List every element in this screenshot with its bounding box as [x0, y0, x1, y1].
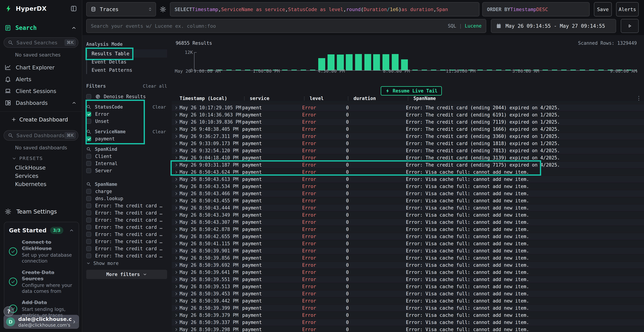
- expand-row-icon[interactable]: [172, 214, 180, 216]
- sidebar-item-chart-explorer[interactable]: Chart Explorer: [0, 62, 82, 73]
- checkbox[interactable]: [86, 136, 91, 141]
- checkbox[interactable]: [86, 189, 91, 194]
- clear-filter-button[interactable]: Clear: [152, 129, 166, 134]
- select-clause-input[interactable]: SELECT Timestamp, ServiceName as service…: [170, 2, 480, 16]
- table-row[interactable]: May 26 8:50:41.115 PMpaymentError0Error:…: [172, 240, 644, 248]
- source-select[interactable]: Traces: [86, 2, 156, 16]
- expand-row-icon[interactable]: [172, 307, 180, 309]
- filter-option[interactable]: dns.lookup: [86, 195, 167, 202]
- checkbox[interactable]: [86, 196, 91, 201]
- table-row[interactable]: May 26 8:50:39.551 PMpaymentError0Error:…: [172, 276, 644, 283]
- expand-row-icon[interactable]: [172, 293, 180, 295]
- expand-row-icon[interactable]: [172, 171, 180, 173]
- checkbox[interactable]: [86, 112, 91, 117]
- column-header-timestamp-local-[interactable]: Timestamp (Local): [180, 96, 242, 101]
- run-query-button[interactable]: [621, 19, 639, 33]
- expand-row-icon[interactable]: [172, 164, 180, 166]
- expand-row-icon[interactable]: [172, 114, 180, 116]
- expand-row-icon[interactable]: [172, 221, 180, 223]
- table-row[interactable]: May 26 8:50:39.379 PMpaymentError0Error:…: [172, 312, 644, 319]
- checkbox[interactable]: [86, 218, 91, 222]
- sidebar-item-dashboards[interactable]: Dashboards: [0, 97, 82, 109]
- filter-option[interactable]: Error: The credit card …: [86, 231, 167, 238]
- expand-row-icon[interactable]: [172, 142, 180, 144]
- table-row[interactable]: May 26 8:50:43.444 PMpaymentError0Error:…: [172, 204, 644, 212]
- table-row[interactable]: May 26 9:32:54.120 PMpaymentError0Error:…: [172, 147, 644, 154]
- histogram-bar[interactable]: [392, 54, 398, 70]
- filter-option[interactable]: Error: The credit card …: [86, 202, 167, 209]
- expand-row-icon[interactable]: [172, 107, 180, 109]
- results-histogram[interactable]: 12K 0 May 26 9:00:00 AM1:00:00 PM4:30:00…: [176, 48, 637, 79]
- table-row[interactable]: May 26 10:14:36.963 PMpaymentError0Error…: [172, 112, 644, 118]
- analysis-mode-event-patterns[interactable]: Event Patterns: [86, 66, 167, 74]
- checkbox[interactable]: [86, 232, 91, 237]
- order-by-input[interactable]: ORDER BY Timestamp DESC: [482, 2, 590, 16]
- table-row[interactable]: May 26 8:50:39.453 PMpaymentError0Error:…: [172, 290, 644, 298]
- column-header-spanname[interactable]: ⋮SpanName: [406, 96, 644, 101]
- table-row[interactable]: May 26 8:50:39.692 PMpaymentError0Error:…: [172, 262, 644, 269]
- table-row[interactable]: May 26 8:50:42.878 PMpaymentError0Error:…: [172, 226, 644, 233]
- checkbox[interactable]: [86, 239, 91, 244]
- expand-row-icon[interactable]: [172, 136, 180, 138]
- presets-toggle[interactable]: PRESETS: [12, 156, 82, 161]
- sidebar-item-alerts[interactable]: Alerts: [0, 73, 82, 85]
- chevron-up-icon[interactable]: [69, 228, 74, 233]
- checkbox[interactable]: [86, 168, 91, 173]
- checkbox[interactable]: [86, 119, 91, 124]
- filter-option[interactable]: Error: [86, 110, 167, 118]
- filter-option[interactable]: payment: [86, 135, 167, 142]
- saved-searches-input[interactable]: Saved Searches ⌘K: [4, 38, 78, 48]
- table-row[interactable]: May 26 8:50:43.466 PMpaymentError0Error:…: [172, 190, 644, 197]
- table-row[interactable]: May 26 8:50:39.856 PMpaymentError0Error:…: [172, 254, 644, 262]
- filter-option[interactable]: Error: The credit card …: [86, 224, 167, 231]
- sidebar-item-preset-clickhouse[interactable]: ClickHouse: [15, 164, 82, 172]
- table-row[interactable]: May 26 8:50:43.624 PMpaymentError0Error:…: [172, 169, 644, 176]
- filter-option[interactable]: Client: [86, 153, 167, 160]
- histogram-bar[interactable]: [328, 54, 334, 70]
- table-row[interactable]: May 26 10:10:39.836 PMpaymentError0Error…: [172, 118, 644, 126]
- expand-row-icon[interactable]: [172, 128, 180, 130]
- expand-row-icon[interactable]: [172, 243, 180, 245]
- create-dashboard-button[interactable]: Create Dashboard: [11, 115, 82, 124]
- checkbox[interactable]: [86, 210, 91, 215]
- collapse-sidebar-icon[interactable]: [70, 5, 77, 12]
- histogram-bar[interactable]: [355, 54, 362, 70]
- table-row[interactable]: May 26 9:03:31.187 PMpaymentError0Error:…: [172, 162, 644, 169]
- show-more-button[interactable]: Show more: [86, 260, 167, 267]
- checkbox[interactable]: [86, 154, 91, 159]
- denoise-results-checkbox[interactable]: Denoise Results: [86, 93, 167, 100]
- table-row[interactable]: May 26 10:17:29.105 PMpaymentError0Error…: [172, 104, 644, 112]
- table-row[interactable]: May 26 8:50:43.307 PMpaymentError0Error:…: [172, 219, 644, 226]
- expand-row-icon[interactable]: [172, 328, 180, 330]
- mode-lucene-toggle[interactable]: Lucene: [465, 23, 482, 28]
- column-header-duration[interactable]: ⋮duration: [346, 96, 406, 101]
- saved-dashboards-input[interactable]: Saved Dashboards ⌘K: [4, 130, 78, 140]
- table-row[interactable]: May 26 8:50:43.455 PMpaymentError0Error:…: [172, 197, 644, 204]
- source-settings-button[interactable]: [156, 2, 170, 16]
- histogram-bar[interactable]: [382, 54, 389, 70]
- column-header-level[interactable]: ⋮level: [302, 96, 346, 101]
- filter-option[interactable]: Server: [86, 167, 167, 174]
- table-options-icon[interactable]: ⋮: [636, 96, 642, 101]
- table-row[interactable]: May 26 8:50:39.399 PMpaymentError0Error:…: [172, 305, 644, 312]
- checkbox[interactable]: [86, 246, 91, 251]
- expand-row-icon[interactable]: [172, 250, 180, 252]
- table-row[interactable]: May 26 9:48:38.405 PMpaymentError0Error:…: [172, 126, 644, 133]
- filter-option[interactable]: Error: The credit card …: [86, 238, 167, 245]
- sidebar-item-search[interactable]: Search: [0, 24, 82, 31]
- expand-row-icon[interactable]: [172, 257, 180, 259]
- sidebar-item-team-settings[interactable]: Team Settings: [5, 208, 82, 215]
- table-row[interactable]: May 26 8:50:43.349 PMpaymentError0Error:…: [172, 212, 644, 219]
- histogram-bar[interactable]: [373, 54, 380, 70]
- user-menu[interactable]: D dale@clickhouse.com dale@clickhouse.co…: [4, 315, 79, 329]
- get-started-item[interactable]: Create Data SourcesConfigure where your …: [9, 269, 74, 294]
- table-row[interactable]: May 26 8:50:39.298 PMpaymentError0Error:…: [172, 326, 644, 332]
- expand-row-icon[interactable]: [172, 278, 180, 280]
- table-row[interactable]: May 26 8:50:39.442 PMpaymentError0Error:…: [172, 298, 644, 305]
- expand-row-icon[interactable]: [172, 178, 180, 180]
- filter-option[interactable]: Error: The credit card …: [86, 245, 167, 252]
- more-filters-button[interactable]: More filters: [86, 270, 167, 279]
- sidebar-item-client-sessions[interactable]: Client Sessions: [0, 85, 82, 97]
- analysis-mode-results-table[interactable]: Results Table: [86, 49, 167, 58]
- histogram-bar[interactable]: [346, 54, 352, 70]
